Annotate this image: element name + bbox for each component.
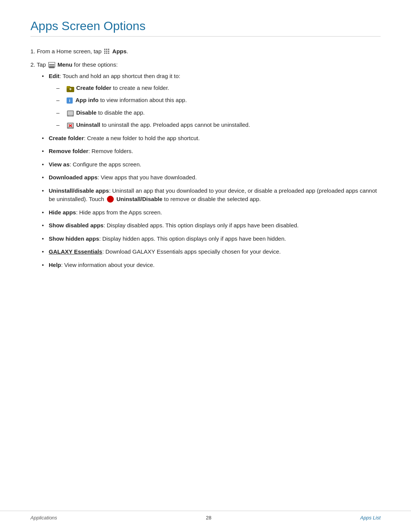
svg-rect-17 — [68, 111, 73, 115]
show-hidden-apps-desc: : Display hidden apps. This option displ… — [99, 235, 286, 242]
create-folder-desc: to create a new folder. — [112, 85, 169, 91]
view-as-desc: : Configure the apps screen. — [70, 161, 141, 168]
bullet-hide-apps: Hide apps: Hide apps from the Apps scree… — [42, 208, 381, 217]
footer-right: Apps List — [360, 515, 381, 521]
bullet-downloaded-apps: Downloaded apps: View apps that you have… — [42, 173, 381, 182]
step1-apps-label: Apps — [112, 48, 127, 54]
bullet-uninstall-disable-apps: Uninstall/disable apps: Uninstall an app… — [42, 187, 381, 204]
main-ordered-list: From a Home screen, tap Apps. Tap — [30, 47, 381, 269]
page-footer: Applications 28 Apps List — [0, 511, 411, 521]
uninstall-desc: to uninstall the app. Preloaded apps can… — [100, 121, 250, 128]
bullet-edit: Edit: Touch and hold an app shortcut the… — [42, 72, 381, 129]
svg-rect-13 — [67, 87, 70, 88]
help-term: Help — [49, 262, 61, 268]
svg-rect-9 — [49, 64, 54, 65]
uninstall-disable-inline-icon — [107, 196, 114, 203]
svg-rect-8 — [108, 53, 109, 54]
disable-icon — [67, 110, 73, 116]
hide-apps-desc: : Hide apps from the Apps screen. — [76, 209, 162, 216]
uninstall-disable-inline-text: Uninstall/Disable — [116, 196, 162, 202]
svg-rect-10 — [49, 66, 54, 67]
uninstall-term: Uninstall — [76, 121, 100, 128]
downloaded-apps-desc: : View apps that you have downloaded. — [97, 174, 197, 181]
sub-app-info: i App info to view information about thi… — [56, 96, 381, 105]
footer-left: Applications — [30, 515, 57, 521]
bullet-help: Help: View information about your device… — [42, 261, 381, 270]
bullet-view-as: View as: Configure the apps screen. — [42, 160, 381, 169]
svg-rect-4 — [106, 51, 107, 52]
app-info-term: App info — [75, 97, 99, 103]
galaxy-essentials-term: GALAXY Essentials — [49, 248, 102, 255]
bullet-galaxy-essentials: GALAXY Essentials: Download GALAXY Essen… — [42, 248, 381, 256]
create-folder-desc2: : Create a new folder to hold the app sh… — [84, 135, 200, 141]
step1-period: . — [127, 48, 128, 54]
sub-uninstall: Uninstall to uninstall the app. Preloade… — [56, 121, 381, 129]
svg-rect-1 — [106, 49, 107, 50]
sub-disable: Disable to disable the app. — [56, 109, 381, 117]
svg-rect-6 — [104, 53, 105, 54]
downloaded-apps-term: Downloaded apps — [49, 174, 97, 181]
svg-rect-21 — [68, 128, 72, 128]
uninstall-disable-apps-term: Uninstall/disable apps — [49, 187, 109, 194]
show-hidden-apps-term: Show hidden apps — [49, 235, 99, 242]
svg-rect-0 — [104, 49, 105, 50]
edit-sub-list: Create folder to create a new folder. i … — [56, 84, 381, 129]
hide-apps-term: Hide apps — [49, 209, 76, 216]
remove-folder-term: Remove folder — [49, 148, 88, 154]
svg-rect-2 — [108, 49, 109, 50]
remove-folder-desc: : Remove folders. — [88, 148, 133, 154]
uninstall-icon — [67, 122, 73, 128]
apps-grid-icon — [104, 48, 110, 54]
step2-text-before: Tap — [37, 61, 46, 68]
create-folder-icon — [67, 85, 73, 91]
app-info-icon: i — [67, 97, 73, 104]
options-bullet-list: Edit: Touch and hold an app shortcut the… — [42, 72, 381, 269]
bullet-show-hidden-apps: Show hidden apps: Display hidden apps. T… — [42, 235, 381, 243]
svg-rect-3 — [104, 51, 105, 52]
disable-term: Disable — [76, 109, 96, 116]
bullet-create-folder: Create folder: Create a new folder to ho… — [42, 134, 381, 143]
svg-rect-11 — [49, 67, 54, 68]
create-folder-term: Create folder — [76, 85, 112, 91]
sub-create-folder: Create folder to create a new folder. — [56, 84, 381, 93]
show-disabled-apps-desc: : Display disabled apps. This option dis… — [104, 222, 299, 228]
step-1: From a Home screen, tap Apps. — [30, 47, 381, 56]
disable-desc: to disable the app. — [97, 109, 145, 116]
svg-rect-18 — [68, 115, 72, 116]
uninstall-disable-apps-desc2: to remove or disable the selected app. — [162, 196, 261, 202]
galaxy-essentials-desc: : Download GALAXY Essentials apps specia… — [102, 248, 281, 255]
footer-page-number: 28 — [206, 515, 211, 521]
step2-text-after: for these options: — [74, 61, 118, 68]
menu-icon — [48, 62, 55, 67]
view-as-term: View as — [49, 161, 70, 168]
help-desc: : View information about your device. — [61, 262, 155, 268]
edit-desc: : Touch and hold an app shortcut then dr… — [59, 73, 180, 79]
svg-rect-15 — [70, 88, 71, 90]
show-disabled-apps-term: Show disabled apps — [49, 222, 104, 228]
svg-rect-7 — [106, 53, 107, 54]
page-title: Apps Screen Options — [30, 19, 381, 37]
bullet-remove-folder: Remove folder: Remove folders. — [42, 147, 381, 156]
create-folder-term2: Create folder — [49, 135, 84, 141]
svg-rect-5 — [108, 51, 109, 52]
step-2: Tap Menu for these options: Edit: Touch … — [30, 61, 381, 270]
edit-term: Edit — [49, 73, 59, 79]
bullet-show-disabled-apps: Show disabled apps: Display disabled app… — [42, 221, 381, 230]
step1-text-before: From a Home screen, tap — [37, 48, 102, 54]
app-info-desc: to view information about this app. — [99, 97, 187, 103]
step2-menu-label: Menu — [57, 61, 72, 68]
